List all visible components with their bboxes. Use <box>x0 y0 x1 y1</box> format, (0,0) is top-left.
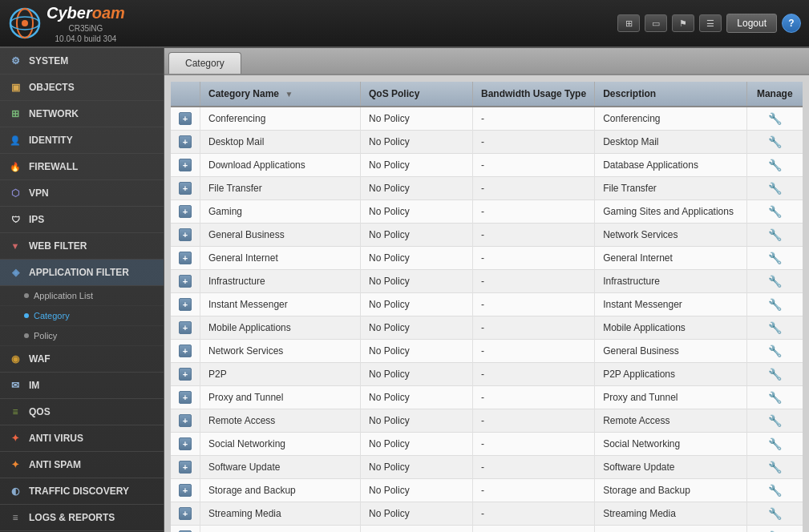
expand-button[interactable]: + <box>179 205 192 218</box>
expand-button[interactable]: + <box>179 252 192 264</box>
sidebar-item-waf[interactable]: ◉ WAF <box>0 346 164 373</box>
expand-button[interactable]: + <box>179 112 192 125</box>
sidebar-item-traffic[interactable]: ◐ TRAFFIC DISCOVERY <box>0 478 164 505</box>
expand-button[interactable]: + <box>179 461 192 474</box>
row-name: General Business <box>200 224 361 247</box>
help-button[interactable]: ? <box>782 14 801 33</box>
monitor-button[interactable]: ▭ <box>645 14 667 32</box>
expand-button[interactable]: + <box>179 182 192 195</box>
manage-icon[interactable]: 🔧 <box>768 112 782 125</box>
tab-category[interactable]: Category <box>168 52 241 74</box>
sidebar-item-antispam[interactable]: ✦ ANTI SPAM <box>0 452 164 478</box>
filter-icon[interactable]: ▼ <box>285 90 293 99</box>
svg-point-3 <box>22 20 28 26</box>
table-row: + Download Applications No Policy - Data… <box>171 154 803 177</box>
table-row: + Desktop Mail No Policy - Desktop Mail … <box>171 131 803 154</box>
row-name: VOIP <box>200 526 361 533</box>
expand-button[interactable]: + <box>179 298 192 311</box>
row-name: Network Services <box>200 340 361 363</box>
sidebar-item-logs[interactable]: ≡ LOGS & REPORTS <box>0 505 164 531</box>
manage-icon[interactable]: 🔧 <box>768 205 782 218</box>
antispam-icon: ✦ <box>8 458 22 471</box>
row-qos: No Policy <box>361 224 473 247</box>
sidebar-label-qos: QoS <box>29 406 51 417</box>
sidebar-item-objects[interactable]: OBJECTS <box>0 75 164 101</box>
expand-button[interactable]: + <box>179 484 192 497</box>
row-qos: No Policy <box>361 479 473 502</box>
sidebar-item-im[interactable]: ✉ IM <box>0 373 164 399</box>
row-desc: Network Services <box>595 224 746 247</box>
row-bw: - <box>473 247 595 270</box>
expand-button[interactable]: + <box>179 135 192 148</box>
sidebar-sub-category[interactable]: Category <box>0 306 164 326</box>
sidebar-item-appfilter[interactable]: ◈ APPLICATION FILTER <box>0 260 164 286</box>
sidebar-item-ips[interactable]: IPS <box>0 207 164 233</box>
vpn-icon <box>8 187 22 200</box>
sidebar-item-network[interactable]: NETWORK <box>0 101 164 127</box>
row-qos: No Policy <box>361 177 473 200</box>
col-header-desc: Description <box>595 82 746 107</box>
row-qos: No Policy <box>361 363 473 386</box>
sidebar-label-firewall: FIREWALL <box>29 161 78 172</box>
expand-button[interactable]: + <box>179 275 192 288</box>
expand-button[interactable]: + <box>179 437 192 450</box>
sidebar-item-qos[interactable]: ≡ QoS <box>0 399 164 425</box>
row-expand-cell: + <box>171 526 200 533</box>
logout-button[interactable]: Logout <box>726 14 777 33</box>
manage-icon[interactable]: 🔧 <box>768 391 782 404</box>
row-manage: 🔧 <box>746 409 803 433</box>
expand-button[interactable]: + <box>179 368 192 381</box>
sidebar-item-antivirus[interactable]: ✦ ANTI VIRUS <box>0 425 164 452</box>
manage-icon[interactable]: 🔧 <box>768 298 782 311</box>
row-expand-cell: + <box>171 340 200 363</box>
manage-icon[interactable]: 🔧 <box>768 159 782 171</box>
row-manage: 🔧 <box>746 200 803 224</box>
row-desc: File Transfer <box>595 177 746 200</box>
manage-icon[interactable]: 🔧 <box>768 321 782 334</box>
manage-icon[interactable]: 🔧 <box>768 275 782 288</box>
sidebar-item-firewall[interactable]: FIREWALL <box>0 154 164 180</box>
expand-button[interactable]: + <box>179 391 192 404</box>
expand-button[interactable]: + <box>179 414 192 427</box>
sidebar-label-objects: OBJECTS <box>29 82 75 93</box>
row-expand-cell: + <box>171 386 200 409</box>
tab-bar: Category <box>164 48 809 75</box>
row-bw: - <box>473 479 595 502</box>
manage-icon[interactable]: 🔧 <box>768 461 782 474</box>
row-manage: 🔧 <box>746 363 803 386</box>
row-qos: No Policy <box>361 131 473 154</box>
sidebar-item-system[interactable]: SYSTEM <box>0 48 164 75</box>
top-bar: Cyberoam CR35iNG 10.04.0 build 304 ⊞ ▭ ⚑… <box>0 0 809 48</box>
table-row: + Storage and Backup No Policy - Storage… <box>171 479 803 502</box>
expand-button[interactable]: + <box>179 159 192 171</box>
row-desc: Instant Messenger <box>595 293 746 316</box>
row-expand-cell: + <box>171 316 200 340</box>
sidebar-label-appfilter: APPLICATION FILTER <box>29 267 129 278</box>
manage-icon[interactable]: 🔧 <box>768 368 782 381</box>
manage-icon[interactable]: 🔧 <box>768 414 782 427</box>
sidebar-item-identity[interactable]: IDENTITY <box>0 127 164 154</box>
manage-icon[interactable]: 🔧 <box>768 182 782 195</box>
sidebar-label-webfilter: WEB FILTER <box>29 240 87 252</box>
user-button[interactable]: ⚑ <box>672 14 694 32</box>
manage-icon[interactable]: 🔧 <box>768 228 782 241</box>
manage-icon[interactable]: 🔧 <box>768 135 782 148</box>
expand-button[interactable]: + <box>179 321 192 334</box>
sidebar-item-webfilter[interactable]: ▼ WEB FILTER <box>0 233 164 260</box>
sidebar-sub-app-list[interactable]: Application List <box>0 286 164 306</box>
manage-icon[interactable]: 🔧 <box>768 437 782 450</box>
expand-button[interactable]: + <box>179 228 192 241</box>
menu-button[interactable]: ☰ <box>699 14 722 32</box>
manage-icon[interactable]: 🔧 <box>768 484 782 497</box>
manage-icon[interactable]: 🔧 <box>768 507 782 520</box>
sidebar-sub-policy[interactable]: Policy <box>0 326 164 346</box>
row-desc: Mobile Applications <box>595 316 746 340</box>
expand-button[interactable]: + <box>179 507 192 520</box>
sidebar-item-vpn[interactable]: VPN <box>0 180 164 207</box>
row-name: Social Networking <box>200 433 361 456</box>
grid-view-button[interactable]: ⊞ <box>617 14 640 32</box>
row-name: Infrastructure <box>200 270 361 293</box>
expand-button[interactable]: + <box>179 345 192 357</box>
manage-icon[interactable]: 🔧 <box>768 345 782 357</box>
manage-icon[interactable]: 🔧 <box>768 252 782 264</box>
